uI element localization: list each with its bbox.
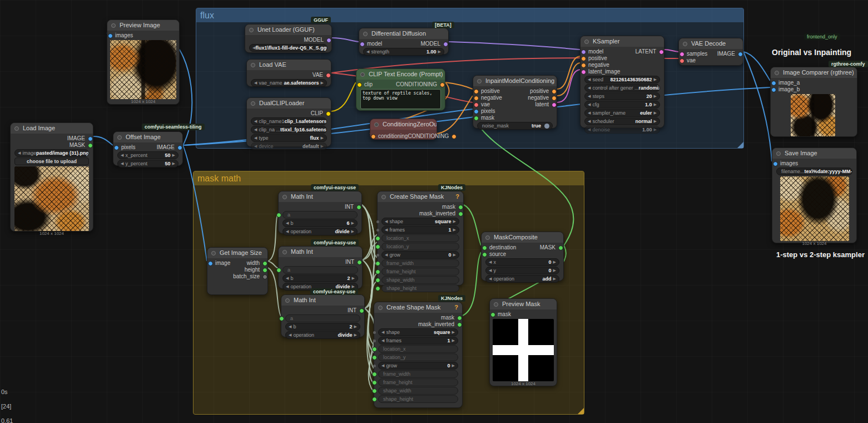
widget-strength[interactable]: strength1.00 <box>363 48 444 56</box>
stepper-left-icon[interactable] <box>289 332 291 338</box>
node-vae-decode[interactable]: VAE Decode samplesIMAGE vae <box>678 38 743 66</box>
widget-operation[interactable]: operationadd <box>485 275 559 283</box>
toggle-knob-icon[interactable] <box>544 124 549 129</box>
input-negative[interactable]: negative <box>588 62 609 68</box>
collapse-dot[interactable] <box>775 71 779 75</box>
node-titlebar[interactable]: Create Shape Mask? <box>378 191 463 202</box>
stepper-right-icon[interactable] <box>553 267 556 274</box>
input-destination[interactable]: destination <box>489 244 516 251</box>
output-mask[interactable]: MASK <box>540 244 555 251</box>
widget-shape[interactable]: shapesquare <box>378 328 458 336</box>
help-icon[interactable]: ? <box>454 302 458 313</box>
widget-input-a[interactable]: a <box>282 211 358 219</box>
output-mask[interactable]: mask <box>441 314 454 321</box>
widget-input-location-y[interactable]: location_y <box>378 353 458 361</box>
stepper-left-icon[interactable] <box>254 135 257 141</box>
widget-clip-name2[interactable]: clip_na ...t5xxl_fp16.safetensors <box>251 126 327 134</box>
collapse-dot[interactable] <box>485 235 490 240</box>
node-get-image-size[interactable]: Get Image Size imagewidth height batch_s… <box>207 247 268 295</box>
output-mask[interactable]: MASK <box>70 142 85 149</box>
input-images[interactable]: images <box>115 32 133 39</box>
node-image-comparer[interactable]: Image Comparer (rgthree) image_a image_b <box>770 67 857 137</box>
node-math-int-2[interactable]: Math Int INT a b2 operationdivide <box>278 246 363 289</box>
output-model[interactable]: MODEL <box>304 37 324 43</box>
node-titlebar[interactable]: Math Int <box>279 191 361 202</box>
collapse-dot[interactable] <box>249 28 254 32</box>
input-vae[interactable]: vae <box>687 57 696 64</box>
widget-noise-mask-toggle[interactable]: noise_masktrue <box>477 122 553 130</box>
stepper-left-icon[interactable] <box>385 252 388 258</box>
output-int[interactable]: INT <box>345 204 354 210</box>
input-negative[interactable]: negative <box>481 95 502 101</box>
stepper-left-icon[interactable] <box>289 323 291 330</box>
input-image-b[interactable]: image_b <box>778 86 800 93</box>
widget-input-location-x[interactable]: location_x <box>378 345 458 353</box>
widget-frames[interactable]: frames1 <box>381 226 459 234</box>
stepper-right-icon[interactable] <box>438 48 441 55</box>
node-titlebar[interactable]: Preview Mask <box>490 299 557 309</box>
help-icon[interactable]: ? <box>455 191 459 202</box>
stepper-left-icon[interactable] <box>286 275 289 282</box>
output-mask[interactable]: mask <box>442 204 455 210</box>
input-image[interactable]: image <box>215 260 230 267</box>
collapse-dot[interactable] <box>251 101 255 106</box>
node-titlebar[interactable]: Unet Loader (GGUF) <box>245 24 331 35</box>
node-preview-mask[interactable]: Preview Mask mask 1024 x 1024 <box>489 298 557 386</box>
collapse-dot[interactable] <box>282 195 287 199</box>
collapse-dot[interactable] <box>282 250 287 254</box>
node-load-image[interactable]: Load Image IMAGE MASK imagepasted/image … <box>10 122 93 232</box>
widget-input-a[interactable]: a <box>285 314 360 322</box>
stepper-left-icon[interactable] <box>381 337 384 344</box>
node-save-image[interactable]: Save Image images filename...tex\%date:y… <box>772 147 857 243</box>
output-image[interactable]: IMAGE <box>717 51 735 57</box>
group-mask-math-resize-handle[interactable] <box>578 408 584 414</box>
widget-shape[interactable]: shapesquare <box>381 218 459 225</box>
stepper-left-icon[interactable] <box>286 228 289 235</box>
node-math-int-3[interactable]: Math Int INT a b2 operationdivide <box>281 294 365 337</box>
widget-input-frame-height[interactable]: frame_height <box>381 268 459 276</box>
stepper-right-icon[interactable] <box>654 76 657 83</box>
node-inpaint-model-conditioning[interactable]: InpaintModelConditioning positivepositiv… <box>473 75 557 129</box>
widget-denoise[interactable]: denoise1.00 <box>584 126 660 134</box>
widget-cfg[interactable]: cfg1.0 <box>584 101 660 109</box>
output-conditioning[interactable]: CONDITIONING <box>408 133 449 140</box>
stepper-left-icon[interactable] <box>366 48 369 55</box>
input-model[interactable]: model <box>367 41 382 47</box>
node-ksampler[interactable]: KSampler modelLATENT positive negative l… <box>580 36 664 128</box>
stepper-left-icon[interactable] <box>254 143 257 150</box>
widget-x-percent[interactable]: x_percent50 <box>117 151 178 159</box>
prompt-textarea[interactable]: texture of reptile scales, top down view <box>360 89 441 109</box>
widget-input-frame-width[interactable]: frame_width <box>381 259 459 267</box>
node-titlebar[interactable]: Load VAE <box>247 60 331 70</box>
widget-type[interactable]: typeflux <box>251 134 327 142</box>
node-titlebar[interactable]: Create Shape Mask? <box>374 302 462 313</box>
output-conditioning[interactable]: CONDITIONING <box>396 81 437 88</box>
widget-input-frame-width[interactable]: frame_width <box>378 370 458 378</box>
stepper-left-icon[interactable] <box>121 152 123 159</box>
widget-input-location-y[interactable]: location_y <box>381 243 459 250</box>
stepper-left-icon[interactable] <box>385 227 388 233</box>
node-titlebar[interactable]: KSampler <box>581 36 664 47</box>
widget-operation[interactable]: operationdivide <box>282 228 358 235</box>
group-flux-resize-handle[interactable] <box>737 142 743 148</box>
output-positive[interactable]: positive <box>530 88 549 95</box>
stepper-left-icon[interactable] <box>286 220 289 227</box>
stepper-right-icon[interactable] <box>654 93 657 100</box>
node-mask-composite[interactable]: MaskComposite destinationMASK source x0 … <box>481 232 564 281</box>
widget-input-shape-width[interactable]: shape_width <box>381 276 459 284</box>
widget-input-shape-width[interactable]: shape_width <box>378 387 458 395</box>
collapse-dot[interactable] <box>363 32 368 36</box>
stepper-left-icon[interactable] <box>254 118 257 125</box>
input-conditioning[interactable]: conditioning <box>378 133 408 140</box>
node-titlebar[interactable]: Save Image <box>772 148 856 159</box>
collapse-dot[interactable] <box>381 195 386 199</box>
output-int[interactable]: INT <box>348 307 356 314</box>
stepper-right-icon[interactable] <box>321 143 324 150</box>
node-conditioning-zero-out[interactable]: ConditioningZeroOut conditioningCONDITIO… <box>370 119 437 140</box>
group-mask-math-titlebar[interactable]: mask math <box>194 171 584 185</box>
output-latent[interactable]: latent <box>535 101 549 108</box>
input-vae[interactable]: vae <box>481 101 490 108</box>
widget-input-frame-height[interactable]: frame_height <box>378 378 458 386</box>
collapse-dot[interactable] <box>285 298 290 303</box>
stepper-left-icon[interactable] <box>18 150 21 156</box>
